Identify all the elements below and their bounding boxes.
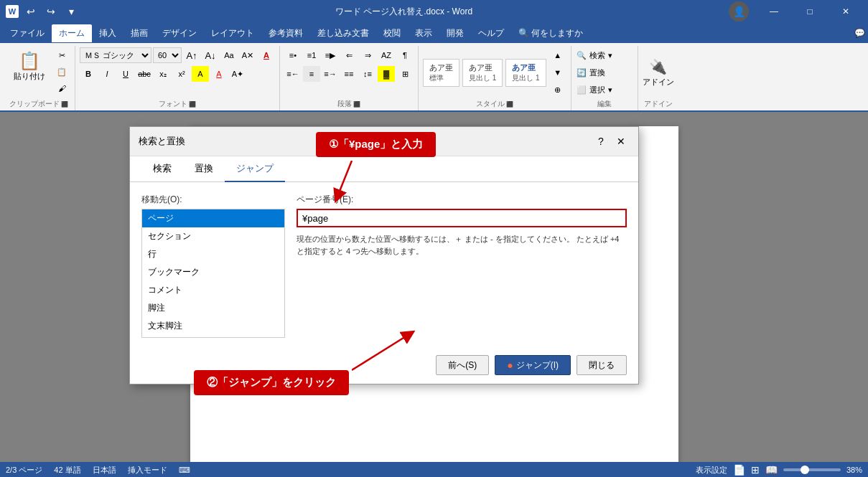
font-size-select[interactable]: 60 [153, 47, 182, 63]
menu-bar: ファイル ホーム 挿入 描画 デザイン レイアウト 参考資料 差し込み文書 校閲… [0, 23, 868, 43]
dest-item-bookmark[interactable]: ブックマーク [142, 263, 284, 281]
addin-button[interactable]: 🔌 アドイン [643, 58, 674, 88]
font-color-button[interactable]: A [258, 47, 275, 63]
align-right-button[interactable]: ≡→ [322, 66, 339, 82]
paste-button[interactable]: 📋 貼り付け [7, 47, 52, 85]
change-case-button[interactable]: Aa [220, 47, 238, 63]
user-avatar[interactable]: 👤 [729, 1, 749, 22]
italic-button[interactable]: I [98, 66, 116, 82]
dialog-help-button[interactable]: ? [592, 133, 610, 150]
cut-button[interactable]: ✂ [53, 47, 70, 63]
view-reader[interactable]: 📖 [765, 464, 778, 476]
menu-file[interactable]: ファイル [3, 24, 52, 42]
highlight-button[interactable]: A [192, 66, 209, 82]
align-left-button[interactable]: ≡← [284, 66, 302, 82]
tab-replace[interactable]: 置換 [183, 156, 225, 182]
redo-button[interactable]: ↪ [43, 4, 59, 19]
font-grow-button[interactable]: A↑ [183, 47, 200, 63]
jump-button[interactable]: ● ジャンプ(I) [495, 355, 571, 375]
dialog-footer: 前へ(S) ● ジャンプ(I) 閉じる [130, 349, 638, 384]
bullet-list-button[interactable]: ≡• [284, 47, 302, 63]
ribbon-clipboard-section: 📋 貼り付け ✂ 📋 🖌 クリップボード⬛ [3, 46, 75, 110]
style-heading1[interactable]: あア亜 見出し 1 [505, 59, 546, 87]
page-number-input[interactable] [297, 209, 627, 227]
clear-format-button[interactable]: A✕ [239, 47, 256, 63]
view-settings[interactable]: 表示設定 [696, 465, 727, 476]
menu-draw[interactable]: 描画 [123, 24, 155, 42]
dialog-close-button[interactable]: ✕ [612, 133, 630, 150]
copy-button[interactable]: 📋 [53, 64, 70, 80]
dest-item-line[interactable]: 行 [142, 245, 284, 263]
subscript-button[interactable]: x₂ [154, 66, 172, 82]
minimize-button[interactable]: — [757, 0, 790, 23]
menu-search[interactable]: 🔍 何をしますか [511, 24, 590, 42]
view-single-page[interactable]: 📄 [733, 464, 745, 476]
superscript-button[interactable]: x² [173, 66, 190, 82]
window-controls: 👤 — □ ✕ [729, 0, 862, 23]
tab-search[interactable]: 検索 [141, 156, 183, 182]
increase-indent-button[interactable]: ⇒ [359, 47, 376, 63]
align-center-button[interactable]: ≡ [303, 66, 320, 82]
menu-insert[interactable]: 挿入 [92, 24, 123, 42]
styles-more[interactable]: ⊕ [549, 82, 566, 98]
maximize-button[interactable]: □ [793, 0, 826, 23]
outline-list-button[interactable]: ≡▶ [322, 47, 339, 63]
font-color2-button[interactable]: A [210, 66, 228, 82]
line-spacing-button[interactable]: ↕≡ [359, 66, 376, 82]
word-app-icon: W [6, 5, 19, 18]
zoom-slider[interactable] [783, 468, 841, 471]
menu-references[interactable]: 参考資料 [261, 24, 310, 42]
menu-mailings[interactable]: 差し込み文書 [310, 24, 376, 42]
main-area: 検索と置換 ? ✕ 検索 置換 ジャンプ 移動先(O): ページ セクション 行 [0, 112, 868, 462]
dest-item-footnote[interactable]: 脚注 [142, 299, 284, 317]
status-bar: 2/3 ページ 42 単語 日本語 挿入モード ⌨ 表示設定 📄 ⊞ 📖 38% [0, 462, 868, 477]
status-right: 表示設定 📄 ⊞ 📖 38% [696, 464, 862, 476]
menu-help[interactable]: ヘルプ [471, 24, 511, 42]
replace-button[interactable]: 🔄 置換 [576, 65, 633, 80]
close-button[interactable]: ✕ [829, 0, 862, 23]
tab-jump[interactable]: ジャンプ [225, 156, 285, 182]
style-compact[interactable]: あア亜 見出し 1 [462, 59, 503, 87]
menu-home[interactable]: ホーム [52, 24, 92, 42]
underline-button[interactable]: U [117, 66, 134, 82]
decrease-indent-button[interactable]: ⇐ [340, 47, 358, 63]
comment-icon[interactable]: 💬 [854, 28, 865, 38]
number-list-button[interactable]: ≡1 [303, 47, 320, 63]
dest-item-page[interactable]: ページ [142, 209, 284, 227]
prev-button[interactable]: 前へ(S) [436, 355, 489, 375]
styles-scroll-down[interactable]: ▼ [549, 65, 566, 80]
menu-dev[interactable]: 開発 [439, 24, 471, 42]
view-multi-page[interactable]: ⊞ [751, 464, 760, 476]
keyboard-icon: ⌨ [179, 466, 190, 475]
shading-button[interactable]: ▓ [378, 66, 395, 82]
dest-item-endnote[interactable]: 文末脚注 [142, 317, 284, 335]
dialog-title: 検索と置換 [139, 135, 185, 148]
dest-list[interactable]: ページ セクション 行 ブックマーク コメント 脚注 文末脚注 [141, 209, 285, 338]
search-button[interactable]: 🔍 検索 ▾ [576, 47, 633, 63]
format-painter-button[interactable]: 🖌 [53, 80, 70, 96]
dest-item-section[interactable]: セクション [142, 227, 284, 245]
font-name-select[interactable]: ＭＳ ゴシック [80, 47, 151, 63]
styles-scroll-up[interactable]: ▲ [549, 47, 566, 63]
justify-button[interactable]: ≡≡ [340, 66, 358, 82]
select-button[interactable]: ⬜ 選択 ▾ [576, 82, 633, 98]
bold-button[interactable]: B [80, 66, 97, 82]
quick-access-button[interactable]: ▾ [63, 4, 79, 19]
sort-button[interactable]: AZ [378, 47, 395, 63]
dest-item-comment[interactable]: コメント [142, 281, 284, 299]
page-count: 2/3 ページ [6, 465, 42, 476]
dialog-close-btn[interactable]: 閉じる [577, 355, 627, 375]
strikethrough-button[interactable]: abc [136, 66, 153, 82]
menu-layout[interactable]: レイアウト [204, 24, 261, 42]
menu-view[interactable]: 表示 [408, 24, 439, 42]
font-shrink-button[interactable]: A↓ [202, 47, 219, 63]
borders-button[interactable]: ⊞ [396, 66, 414, 82]
undo-button[interactable]: ↩ [23, 4, 39, 19]
text-effects-button[interactable]: A✦ [229, 66, 246, 82]
menu-design[interactable]: デザイン [155, 24, 204, 42]
show-marks-button[interactable]: ¶ [396, 47, 414, 63]
menu-review[interactable]: 校閲 [376, 24, 408, 42]
jump-label: ジャンプ(I) [516, 359, 559, 372]
ribbon-styles-section: あア亜 標準 あア亜 見出し 1 あア亜 見出し 1 ▲ ▼ ⊕ [419, 46, 571, 110]
style-normal[interactable]: あア亜 標準 [423, 59, 459, 87]
